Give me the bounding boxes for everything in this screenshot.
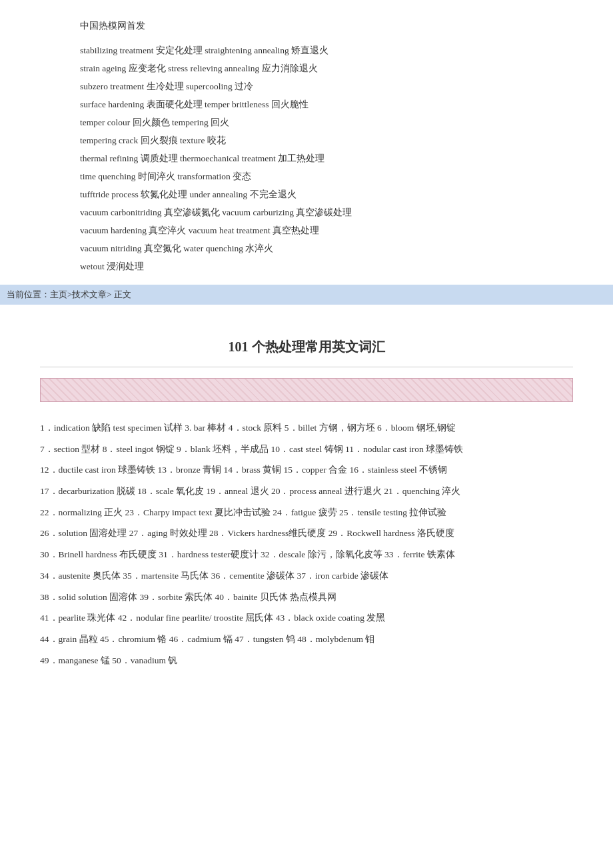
ad-banner xyxy=(40,378,573,402)
term-item: vacuum hardening 真空淬火 vacuum heat treatm… xyxy=(80,221,533,239)
terms-list: stabilizing treatment 安定化处理 straightenin… xyxy=(80,41,533,275)
main-content: 101 个热处理常用英文词汇 1．indication 缺陷 test spec… xyxy=(0,305,613,698)
term-item: vacuum carbonitriding 真空渗碳氮化 vacuum carb… xyxy=(80,203,533,221)
content-line: 17．decarburization 脱碳 18．scale 氧化皮 19．an… xyxy=(40,481,573,501)
content-line: 12．ductile cast iron 球墨铸铁 13．bronze 青铜 1… xyxy=(40,460,573,480)
term-item: thermal refining 调质处理 thermoechanical tr… xyxy=(80,149,533,167)
breadcrumb-text: 当前位置：主页>技术文章> 正文 xyxy=(7,289,131,299)
content-line: 1．indication 缺陷 test specimen 试样 3. bar … xyxy=(40,418,573,438)
content-line: 30．Brinell hardness 布氏硬度 31．hardness tes… xyxy=(40,545,573,565)
term-item: surface hardening 表面硬化处理 temper brittlen… xyxy=(80,95,533,113)
term-item: tempering crack 回火裂痕 texture 咬花 xyxy=(80,131,533,149)
breadcrumb-bar: 当前位置：主页>技术文章> 正文 xyxy=(0,285,613,305)
content-line: 34．austenite 奥氏体 35．martensite 马氏体 36．ce… xyxy=(40,566,573,586)
content-body: 1．indication 缺陷 test specimen 试样 3. bar … xyxy=(40,418,573,670)
content-line: 44．grain 晶粒 45．chromium 铬 46．cadmium 镉 4… xyxy=(40,629,573,649)
term-item: wetout 浸润处理 xyxy=(80,257,533,275)
top-section: 中国热模网首发 stabilizing treatment 安定化处理 stra… xyxy=(0,0,613,282)
term-item: subzero treatment 生冷处理 supercooling 过冷 xyxy=(80,77,533,95)
content-line: 26．solution 固溶处理 27．aging 时效处理 28．Vicker… xyxy=(40,523,573,543)
term-item: vacuum nitriding 真空氮化 water quenching 水淬… xyxy=(80,239,533,257)
term-item: strain ageing 应变老化 stress relieving anne… xyxy=(80,59,533,77)
term-item: stabilizing treatment 安定化处理 straightenin… xyxy=(80,41,533,59)
content-line: 49．manganese 锰 50．vanadium 钒 xyxy=(40,651,573,671)
divider xyxy=(40,367,573,367)
content-line: 41．pearlite 珠光体 42．nodular fine pearlite… xyxy=(40,608,573,628)
term-item: time quenching 时间淬火 transformation 变态 xyxy=(80,167,533,185)
content-line: 22．normalizing 正火 23．Charpy impact text … xyxy=(40,503,573,523)
article-title: 101 个热处理常用英文词汇 xyxy=(40,338,573,356)
term-item: tufftride process 软氮化处理 under annealing … xyxy=(80,185,533,203)
content-line: 7．section 型材 8．steel ingot 钢锭 9．blank 坯料… xyxy=(40,439,573,459)
term-item: temper colour 回火颜色 tempering 回火 xyxy=(80,113,533,131)
content-line: 38．solid solution 固溶体 39．sorbite 索氏体 40．… xyxy=(40,587,573,607)
site-title: 中国热模网首发 xyxy=(80,20,533,32)
